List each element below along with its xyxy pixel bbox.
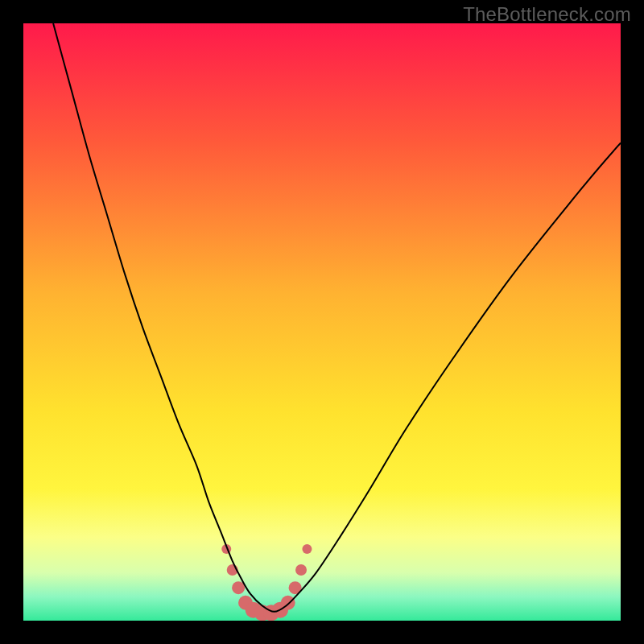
chart-frame: TheBottleneck.com [0,0,644,644]
gradient-background [23,23,621,621]
watermark-text: TheBottleneck.com [463,3,631,26]
chart-svg [23,23,621,621]
marker-dot [302,544,312,554]
marker-dot [295,564,307,576]
plot-area [23,23,621,621]
